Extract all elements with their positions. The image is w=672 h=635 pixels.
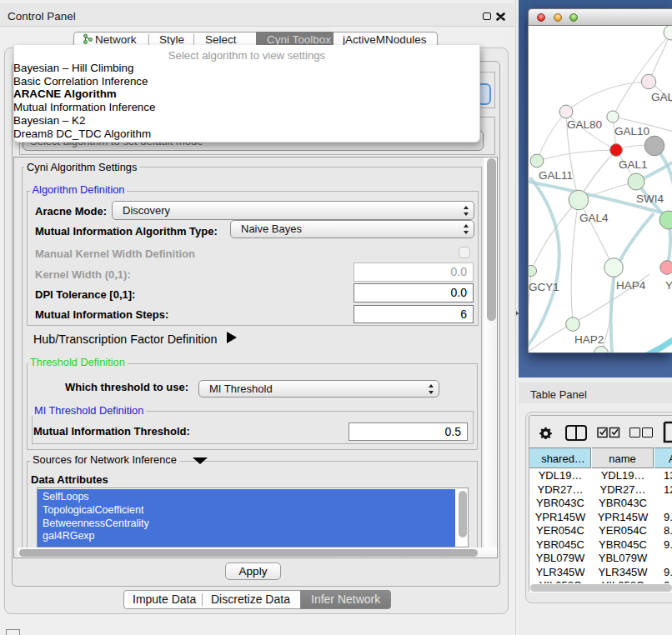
svg-text:GAL4: GAL4: [579, 212, 609, 224]
svg-text:GAL11: GAL11: [539, 169, 573, 182]
svg-text:YM: YM: [665, 279, 672, 292]
svg-text:GAL7: GAL7: [651, 91, 672, 103]
svg-text:HAP4: HAP4: [616, 279, 646, 292]
svg-text:GCY1: GCY1: [529, 281, 559, 293]
svg-text:GAL1: GAL1: [619, 158, 648, 171]
svg-text:HAP2: HAP2: [574, 333, 604, 346]
svg-text:SWI4: SWI4: [636, 192, 664, 205]
svg-text:GAL10: GAL10: [614, 125, 649, 138]
svg-text:GAL80: GAL80: [567, 118, 602, 131]
